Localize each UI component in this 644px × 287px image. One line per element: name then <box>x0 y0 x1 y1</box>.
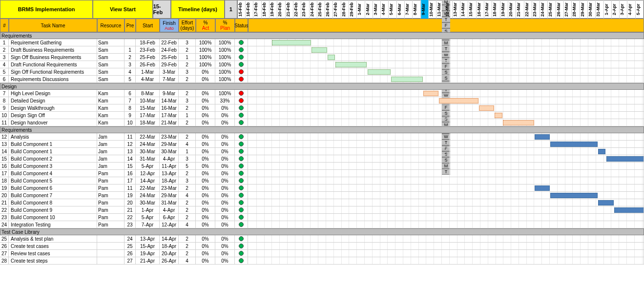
col-pre[interactable]: 25 <box>125 243 136 249</box>
col-finish[interactable]: 6-Apr <box>160 214 179 221</box>
col-act[interactable]: 0% <box>196 141 215 147</box>
task-row[interactable]: 1Requirement GatheringSam18-Feb22-Feb310… <box>0 39 644 46</box>
gantt-bar[interactable] <box>479 105 495 111</box>
col-name[interactable]: Draft Functional Requirements <box>9 61 97 68</box>
col-num[interactable]: 20 <box>0 192 9 199</box>
col-act[interactable]: 100% <box>196 61 215 68</box>
col-effort[interactable]: 2 <box>179 214 196 221</box>
col-res[interactable] <box>97 250 125 257</box>
col-name[interactable]: Build Component 1 <box>9 148 97 155</box>
task-row[interactable]: 23Build Component 10Pam225-Apr6-Apr20%0% <box>0 214 644 221</box>
col-pre[interactable]: 27 <box>125 257 136 264</box>
col-start[interactable]: 30-Mar <box>136 148 160 155</box>
col-start[interactable]: 12-Apr <box>136 170 160 177</box>
col-name[interactable]: Build Component 7 <box>9 192 97 199</box>
col-plan[interactable]: 100% <box>215 39 235 46</box>
col-start[interactable]: 30-Mar <box>136 199 160 206</box>
col-pre[interactable]: 15 <box>125 163 136 169</box>
col-num[interactable]: 15 <box>0 155 9 162</box>
task-row[interactable]: 15Build Component 2Jam1431-Mar4-Apr30%0% <box>0 155 644 163</box>
col-name[interactable]: Draft Business Requirements <box>9 46 97 53</box>
col-num[interactable]: 7 <box>0 90 9 97</box>
col-plan[interactable]: 0% <box>215 155 235 162</box>
col-res[interactable]: Sam <box>97 76 125 82</box>
col-act[interactable]: 0% <box>196 214 215 221</box>
col-pre[interactable] <box>125 39 136 46</box>
col-act[interactable]: 0% <box>196 243 215 249</box>
col-pre[interactable]: 21 <box>125 206 136 213</box>
col-start[interactable]: 10-Mar <box>136 97 160 104</box>
col-plan[interactable]: 0% <box>215 184 235 191</box>
col-effort[interactable]: 2 <box>179 90 196 97</box>
col-finish[interactable]: 4-Apr <box>160 206 179 213</box>
col-act[interactable]: 0% <box>196 112 215 119</box>
col-act[interactable]: 0% <box>196 206 215 213</box>
col-plan[interactable]: 33% <box>215 97 235 104</box>
col-finish[interactable]: 11-Apr <box>160 163 179 169</box>
col-res[interactable]: Pam <box>97 170 125 177</box>
gantt-bar[interactable] <box>503 120 534 125</box>
col-name[interactable]: Build Component 10 <box>9 214 97 221</box>
col-effort[interactable]: 1 <box>179 54 196 61</box>
col-effort[interactable]: 2 <box>179 235 196 242</box>
col-effort[interactable]: 2 <box>179 184 196 191</box>
col-act[interactable]: 0% <box>196 221 215 228</box>
col-effort[interactable]: 1 <box>179 112 196 119</box>
col-start[interactable]: 21-Apr <box>136 257 160 264</box>
gantt-bar[interactable] <box>550 142 598 147</box>
col-act[interactable]: 0% <box>196 133 215 140</box>
col-act[interactable]: 0% <box>196 90 215 97</box>
col-plan[interactable]: 100% <box>215 90 235 97</box>
col-res[interactable] <box>97 235 125 242</box>
col-start[interactable]: 19-Apr <box>136 250 160 257</box>
task-row[interactable]: 13Build Component 1Jam1224-Mar29-Mar40%0… <box>0 141 644 148</box>
col-start[interactable]: 24-Mar <box>136 192 160 199</box>
col-num[interactable]: 11 <box>0 119 9 126</box>
col-finish[interactable]: 18-Apr <box>160 177 179 184</box>
col-start[interactable]: 15-Mar <box>136 104 160 111</box>
gantt-bar[interactable] <box>535 185 550 191</box>
task-row[interactable]: 11Design handoverKam1018-Mar21-Mar20%0% <box>0 119 644 126</box>
gantt-bar[interactable] <box>598 200 614 205</box>
col-finish[interactable]: 29-Mar <box>160 141 179 147</box>
col-start[interactable]: 14-Apr <box>136 177 160 184</box>
col-res[interactable]: Pam <box>97 199 125 206</box>
col-start[interactable]: 15-Apr <box>136 243 160 249</box>
task-row[interactable]: 18Build Component 5Pam1714-Apr18-Apr30%0… <box>0 177 644 184</box>
col-name[interactable]: Build Component 6 <box>9 184 97 191</box>
col-pre[interactable]: 8 <box>125 104 136 111</box>
col-res[interactable]: Kam <box>97 112 125 119</box>
col-act[interactable]: 0% <box>196 76 215 82</box>
task-row[interactable]: 12AnalysisJam1122-Mar23-Mar20%0% <box>0 133 644 141</box>
col-pre[interactable]: 26 <box>125 250 136 257</box>
col-res[interactable]: Jam <box>97 141 125 147</box>
task-row[interactable]: 26Create test cases2515-Apr18-Apr20%0% <box>0 243 644 250</box>
col-effort[interactable]: 3 <box>179 39 196 46</box>
task-row[interactable]: 6Requirements DiscussionsSam54-Mar7-Mar2… <box>0 76 644 83</box>
view-start-date[interactable]: 15-Feb <box>153 0 171 19</box>
col-act[interactable]: 0% <box>196 163 215 169</box>
gantt-bar[interactable] <box>335 62 367 67</box>
col-num[interactable]: 22 <box>0 206 9 213</box>
col-plan[interactable]: 0% <box>215 192 235 199</box>
col-num[interactable]: 13 <box>0 141 9 147</box>
col-pre[interactable]: 13 <box>125 148 136 155</box>
col-effort[interactable]: 2 <box>179 76 196 82</box>
col-num[interactable]: 2 <box>0 46 9 53</box>
col-name[interactable]: Create test steps <box>9 257 97 264</box>
col-res[interactable]: Kam <box>97 104 125 111</box>
col-res[interactable]: Sam <box>97 39 125 46</box>
col-act[interactable]: 0% <box>196 177 215 184</box>
task-row[interactable]: 5Sign Off Functional RequirementsSam41-M… <box>0 68 644 76</box>
col-name[interactable]: Sign Off Functional Requirements <box>9 68 97 75</box>
col-act[interactable]: 0% <box>196 250 215 257</box>
task-row[interactable]: 8Detailed DesignKam710-Mar14-Mar30%33% <box>0 97 644 104</box>
col-pre[interactable]: 16 <box>125 170 136 177</box>
col-pre[interactable]: 5 <box>125 76 136 82</box>
col-res[interactable]: Pam <box>97 214 125 221</box>
col-plan[interactable]: 100% <box>215 54 235 61</box>
col-pre[interactable]: 22 <box>125 214 136 221</box>
col-num[interactable]: 6 <box>0 76 9 82</box>
gantt-bar[interactable] <box>535 134 550 140</box>
col-act[interactable]: 0% <box>196 192 215 199</box>
